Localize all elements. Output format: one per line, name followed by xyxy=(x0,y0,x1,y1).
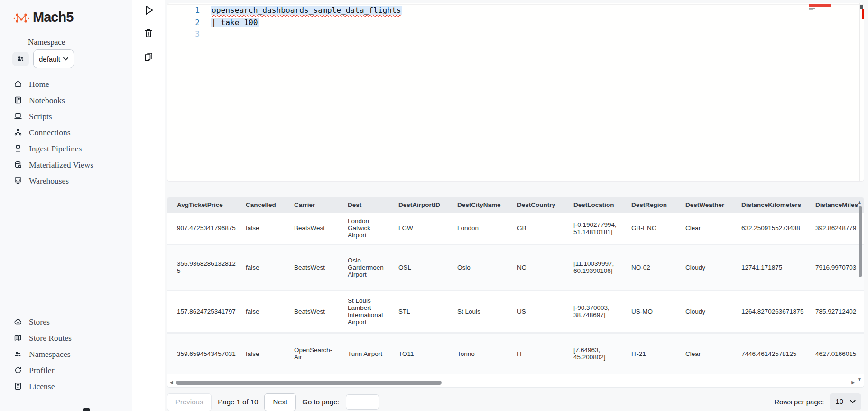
table-cell: 1264.8270263671875 xyxy=(737,290,811,332)
previous-page-button[interactable]: Previous xyxy=(167,393,212,411)
namespace-select[interactable]: default xyxy=(33,49,74,68)
table-cell: London Gatwick Airport xyxy=(343,213,394,244)
sidebar-item-scripts[interactable]: Scripts xyxy=(0,108,132,124)
next-page-button[interactable]: Next xyxy=(264,393,296,411)
query-editor[interactable]: 1opensearch_dashboards_sample_data_fligh… xyxy=(167,3,864,182)
scroll-down-icon[interactable]: ▼ xyxy=(856,377,863,382)
vertical-scrollbar-thumb[interactable] xyxy=(859,206,862,277)
table-cell: Clear xyxy=(681,213,737,244)
table-cell: STL xyxy=(394,290,452,332)
minimap[interactable] xyxy=(806,3,859,60)
horizontal-scrollbar[interactable]: ◀ ▶ xyxy=(169,379,855,386)
sidebar-item-stores[interactable]: Stores xyxy=(0,314,132,330)
horizontal-scrollbar-thumb[interactable] xyxy=(176,381,442,385)
copy-query-button[interactable] xyxy=(138,47,159,66)
table-cell: false xyxy=(241,213,289,244)
table-cell: LGW xyxy=(394,213,452,244)
pagination-bar: Previous Page 1 of 10 Next Go to page: R… xyxy=(167,393,864,411)
column-header-destweather[interactable]: DestWeather xyxy=(681,197,737,213)
notebook-icon xyxy=(14,96,22,104)
line-number: 2 xyxy=(167,17,204,29)
sidebar-item-label: Warehouses xyxy=(29,176,69,186)
sidebar-item-label: Notebooks xyxy=(29,95,65,105)
table-cell: St Louis Lambert International Airport xyxy=(343,290,394,332)
table-row[interactable]: 359.6594543457031falseOpenSearch-AirTuri… xyxy=(167,332,864,374)
scroll-up-icon[interactable]: ▲ xyxy=(856,199,863,205)
main-content: 1opensearch_dashboards_sample_data_fligh… xyxy=(165,0,868,411)
sidebar-item-label: Store Routes xyxy=(29,333,72,343)
table-cell: Cloudy xyxy=(681,244,737,290)
sidebar-footer-stub xyxy=(0,402,132,411)
editor-line-2[interactable]: 2| take 100 xyxy=(167,17,864,29)
table-cell: IT xyxy=(512,332,569,374)
sidebar-item-license[interactable]: License xyxy=(0,378,132,394)
scripts-icon xyxy=(14,112,22,121)
profiler-icon xyxy=(14,366,22,374)
sidebar-item-warehouses[interactable]: Warehouses xyxy=(0,173,132,189)
sidebar-item-materialized-views[interactable]: Materialized Views xyxy=(0,157,132,173)
column-header-avgticketprice[interactable]: AvgTicketPrice xyxy=(167,197,241,213)
line-number: 1 xyxy=(167,5,204,17)
ruler-error-marker xyxy=(862,9,864,19)
minimap-error-marker xyxy=(809,4,831,7)
sidebar-item-home[interactable]: Home xyxy=(0,76,132,92)
table-cell: 7446.46142578125 xyxy=(737,332,811,374)
column-header-destlocation[interactable]: DestLocation xyxy=(569,197,627,213)
table-cell: 157.8624725341797 xyxy=(167,290,241,332)
editor-line-1[interactable]: 1opensearch_dashboards_sample_data_fligh… xyxy=(167,4,864,17)
table-cell: 907.4725341796875 xyxy=(167,213,241,244)
table-cell: false xyxy=(241,290,289,332)
column-header-destcityname[interactable]: DestCityName xyxy=(452,197,512,213)
column-header-dest[interactable]: Dest xyxy=(343,197,394,213)
table-row[interactable]: 356.93682861328125falseBeatsWestOslo Gar… xyxy=(167,244,864,290)
goto-page-input[interactable] xyxy=(346,394,379,410)
run-query-button[interactable] xyxy=(138,0,159,20)
editor-line-3[interactable]: 3 xyxy=(167,28,864,40)
people-icon xyxy=(14,350,22,358)
editor-lines: 1opensearch_dashboards_sample_data_fligh… xyxy=(167,4,864,40)
rows-per-page-select[interactable]: 10 xyxy=(830,393,861,410)
table-cell: US xyxy=(512,290,569,332)
trash-icon xyxy=(143,28,154,39)
table-cell: BeatsWest xyxy=(289,244,343,290)
sidebar-item-namespaces[interactable]: Namespaces xyxy=(0,346,132,362)
table-cell: GB xyxy=(512,213,569,244)
table-cell: [-90.370003, 38.748697] xyxy=(569,290,627,332)
pipeline-icon xyxy=(14,144,22,153)
sidebar-item-label: Connections xyxy=(29,128,71,138)
column-header-destcountry[interactable]: DestCountry xyxy=(512,197,569,213)
sidebar-item-ingest-pipelines[interactable]: Ingest Pipelines xyxy=(0,140,132,157)
warehouse-icon xyxy=(14,177,22,185)
table-cell: BeatsWest xyxy=(289,213,343,244)
sidebar-item-profiler[interactable]: Profiler xyxy=(0,362,132,378)
namespace-selected-value: default xyxy=(39,55,60,63)
table-row[interactable]: 157.8624725341797falseBeatsWestSt Louis … xyxy=(167,290,864,332)
sidebar-item-connections[interactable]: Connections xyxy=(0,124,132,140)
table-cell: 12741.171875 xyxy=(737,244,811,290)
table-cell: St Louis xyxy=(452,290,512,332)
sidebar-item-notebooks[interactable]: Notebooks xyxy=(0,92,132,108)
copy-icon xyxy=(143,51,154,62)
sidebar-item-store-routes[interactable]: Store Routes xyxy=(0,330,132,346)
column-header-cancelled[interactable]: Cancelled xyxy=(241,197,289,213)
scroll-left-icon[interactable]: ◀ xyxy=(169,380,173,385)
table-cell: US-MO xyxy=(627,290,681,332)
logo: Mach5 xyxy=(13,9,132,25)
column-header-carrier[interactable]: Carrier xyxy=(289,197,343,213)
vertical-scrollbar[interactable]: ▲ ▼ xyxy=(856,197,863,387)
scroll-right-icon[interactable]: ▶ xyxy=(851,380,855,385)
column-header-distancekilometers[interactable]: DistanceKilometers xyxy=(737,197,811,213)
delete-query-button[interactable] xyxy=(138,23,159,43)
column-header-destregion[interactable]: DestRegion xyxy=(627,197,681,213)
table-cell: TO11 xyxy=(394,332,452,374)
results-panel: AvgTicketPriceCancelledCarrierDestDestAi… xyxy=(167,197,864,388)
table-cell: London xyxy=(452,213,512,244)
table-row[interactable]: 907.4725341796875falseBeatsWestLondon Ga… xyxy=(167,213,864,244)
line-number: 3 xyxy=(167,28,204,40)
table-cell: Oslo Gardermoen Airport xyxy=(343,244,394,290)
table-cell: Clear xyxy=(681,332,737,374)
column-header-destairportid[interactable]: DestAirportID xyxy=(394,197,452,213)
namespaces-people-icon[interactable] xyxy=(12,52,29,66)
table-cell: false xyxy=(241,332,289,374)
sidebar-item-label: Materialized Views xyxy=(29,160,93,170)
